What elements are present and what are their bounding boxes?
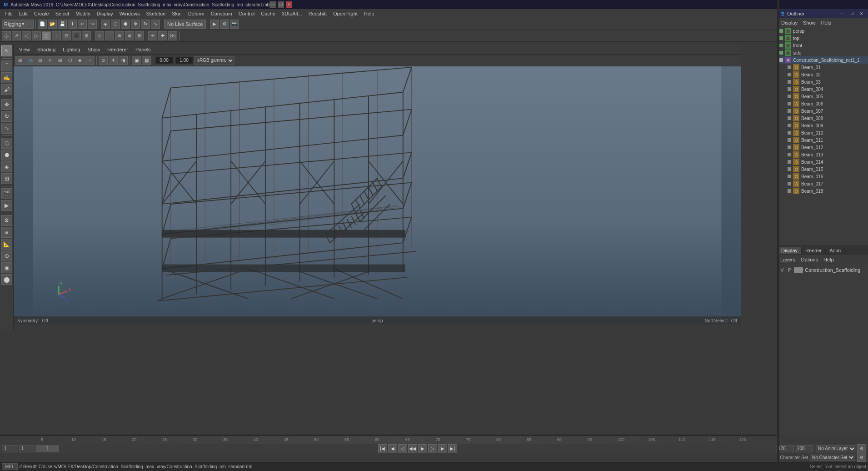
viewport-3d[interactable]: X Y Z Symmetry: Off persp Soft Select: O…	[14, 66, 741, 325]
prev-key-btn[interactable]: ◁	[398, 444, 407, 453]
new-scene-btn[interactable]: 📄	[38, 20, 47, 29]
outliner-item-side[interactable]: 🎥 side	[778, 49, 868, 56]
misc-btn5[interactable]: ◉	[1, 262, 12, 273]
channel-subtab-layers[interactable]: Layers	[778, 256, 798, 263]
menu-deform[interactable]: Deform	[185, 10, 207, 17]
eye-btn-front[interactable]	[779, 44, 783, 47]
subsurf-tool-btn[interactable]: ◈	[1, 161, 12, 172]
lighting-mode-btn[interactable]: ☀	[109, 56, 118, 65]
outliner-item-persp[interactable]: 🎥 persp	[778, 27, 868, 35]
goto-end-btn[interactable]: ▶|	[448, 444, 457, 453]
eye-btn-beam010[interactable]	[788, 131, 791, 135]
scale-btn[interactable]: ⤡	[151, 20, 160, 29]
eye-btn-beam01[interactable]	[788, 65, 791, 69]
menu-select[interactable]: Select	[53, 10, 72, 17]
snap-grid-btn[interactable]: ⊹	[95, 31, 104, 40]
snap-point-btn[interactable]: ⊕	[115, 31, 124, 40]
outliner-menu-display[interactable]: Display	[779, 20, 799, 26]
goto-start-btn[interactable]: |◀	[378, 444, 387, 453]
outliner-item-group[interactable]: ⊞ Construction_Scaffolding_nct1_1	[778, 56, 868, 64]
mel-python-toggle[interactable]: MEL	[2, 463, 18, 470]
shadow-btn[interactable]: ◑	[119, 56, 128, 65]
anim-layer-select[interactable]: No Anim Layer	[816, 445, 856, 452]
panel-menu-view[interactable]: View	[16, 46, 33, 53]
panel-xray-btn[interactable]: ◈	[75, 56, 85, 65]
eye-btn-beam018[interactable]	[788, 189, 791, 193]
eye-btn-beam017[interactable]	[788, 182, 791, 185]
xform-abs-btn[interactable]: ✛	[148, 31, 157, 40]
xform-toggle-btn[interactable]: |✛|	[168, 31, 177, 40]
select-btn[interactable]: ◈	[101, 20, 110, 29]
marquee-btn[interactable]: ▷	[32, 31, 41, 40]
range-end-input[interactable]	[795, 445, 813, 452]
move-btn[interactable]: ✥	[131, 20, 140, 29]
redo-btn[interactable]: ↪	[88, 20, 97, 29]
xform-rel-btn[interactable]: ✚	[158, 31, 167, 40]
soft-select-btn[interactable]: ↗	[12, 31, 21, 40]
misc-btn4[interactable]: ⊙	[1, 251, 12, 261]
curve-tool-btn[interactable]: ⌒	[1, 60, 12, 71]
nurbs-tool-btn[interactable]: ⬢	[1, 150, 12, 160]
menu-openflight[interactable]: OpenFlight	[330, 10, 360, 17]
outliner-item-beam018[interactable]: ⬡ Beam_018	[778, 187, 868, 195]
outliner-item-beam013[interactable]: ⬡ Beam_013	[778, 151, 868, 158]
scale-tool-btn[interactable]: ⤡	[1, 123, 12, 134]
menu-cache[interactable]: Cache	[258, 10, 278, 17]
selection-mode-btn[interactable]: ⊹	[2, 31, 11, 40]
menu-edit[interactable]: Edit	[16, 10, 30, 17]
current-frame-input[interactable]	[19, 445, 35, 452]
panel-menu-panels[interactable]: Panels	[133, 46, 154, 53]
outliner-item-top[interactable]: 🎥 top	[778, 35, 868, 42]
next-frame-btn[interactable]: ▶	[438, 444, 447, 453]
paint-tool-btn[interactable]: 🖌	[1, 84, 12, 95]
poly-tool-btn[interactable]: ⬡	[1, 138, 12, 149]
channel-subtab-help[interactable]: Help	[821, 256, 837, 263]
outliner-item-beam017[interactable]: ⬡ Beam_017	[778, 180, 868, 187]
face-btn[interactable]: ⬛	[72, 31, 81, 40]
menu-create[interactable]: Create	[31, 10, 52, 17]
render-btn[interactable]: ▶	[210, 20, 219, 29]
channel-tab-display[interactable]: Display	[778, 247, 802, 254]
outliner-close-btn[interactable]: ✕	[858, 10, 865, 17]
snap-view-btn[interactable]: ⊞	[135, 31, 144, 40]
menu-modify[interactable]: Modify	[73, 10, 93, 17]
eye-btn-beam004[interactable]	[788, 87, 791, 91]
import-btn[interactable]: ⬆	[68, 20, 77, 29]
panel-menu-shading[interactable]: Shading	[35, 46, 58, 53]
eye-btn-persp[interactable]	[779, 29, 783, 33]
outliner-menu-show[interactable]: Show	[801, 20, 818, 26]
eye-btn-top[interactable]	[779, 36, 783, 40]
outliner-item-beam02[interactable]: ⬡ Beam_02	[778, 71, 868, 78]
misc-btn2[interactable]: ≡	[1, 227, 12, 238]
char-set-settings-btn[interactable]: ⚙	[857, 453, 866, 462]
misc-btn1[interactable]: ⚙	[1, 215, 12, 226]
menu-display[interactable]: Display	[94, 10, 116, 17]
eye-btn-side[interactable]	[779, 51, 783, 55]
next-key-btn[interactable]: ▷	[428, 444, 437, 453]
restore-button[interactable]: ❐	[278, 1, 284, 8]
outliner-minimize-btn[interactable]: —	[838, 10, 845, 17]
channel-tab-anim[interactable]: Anim	[826, 247, 845, 254]
outliner-menu-help[interactable]: Help	[819, 20, 833, 26]
menu-skeleton[interactable]: Skeleton	[143, 10, 168, 17]
panel-camera-btn[interactable]: 📹	[25, 56, 35, 65]
menu-redshift[interactable]: Redshift	[306, 10, 329, 17]
uv-btn[interactable]: ⊞	[82, 31, 91, 40]
outliner-item-beam006[interactable]: ⬡ Beam_006	[778, 100, 868, 107]
film-gate-btn[interactable]: ▦	[142, 56, 151, 65]
menu-file[interactable]: File	[2, 10, 15, 17]
prev-frame-btn[interactable]: ◀	[388, 444, 397, 453]
sym-select-btn[interactable]: ◁	[22, 31, 31, 40]
mode-dropdown[interactable]: Rigging ▾	[2, 20, 34, 29]
menu-help[interactable]: Help	[361, 10, 377, 17]
sculpt-tool-btn[interactable]: ✍	[1, 72, 12, 83]
menu-constrain[interactable]: Constrain	[208, 10, 235, 17]
eye-btn-group[interactable]	[779, 58, 783, 62]
eye-btn-beam007[interactable]	[788, 109, 791, 113]
outliner-item-beam005[interactable]: ⬡ Beam_005	[778, 93, 868, 100]
eye-btn-beam02[interactable]	[788, 73, 791, 76]
start-frame-input[interactable]	[2, 445, 18, 452]
eye-btn-beam03[interactable]	[788, 80, 791, 84]
anim-layer-settings-btn[interactable]: ⚙	[857, 444, 866, 453]
isolate-btn[interactable]: ⊙	[99, 56, 108, 65]
